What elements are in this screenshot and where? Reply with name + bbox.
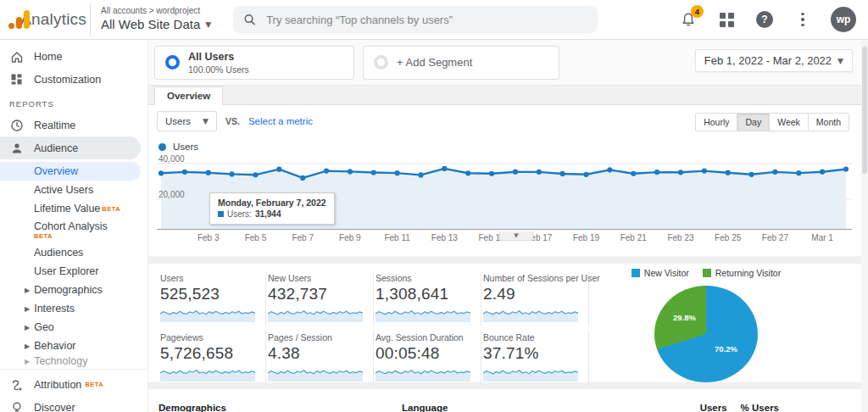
metric-value: 525,523: [160, 285, 257, 303]
select-a-metric-link[interactable]: Select a metric: [248, 116, 313, 126]
add-segment-label: + Add Segment: [397, 56, 472, 69]
users-line-chart[interactable]: 40,000 20,000 Monday, February 7, 2022 U…: [157, 155, 852, 231]
all-users-segment-card[interactable]: All Users 100.00% Users: [154, 46, 354, 80]
metric-sparkline: [268, 305, 363, 322]
property-name: All Web Site Data: [101, 17, 200, 33]
metric-card[interactable]: Bounce Rate37.71%: [481, 331, 589, 385]
metric-selector-value: Users: [165, 116, 191, 126]
sidebar-item-discover[interactable]: Discover: [0, 396, 147, 412]
tab-overview[interactable]: Overview: [154, 86, 223, 105]
demographics-header: Demographics: [159, 403, 402, 412]
sidebar-item-technology[interactable]: ▶ Technology: [0, 355, 147, 367]
metric-sparkline: [483, 305, 578, 322]
expand-arrow-icon: ▶: [25, 324, 30, 331]
x-axis-label: Feb 25: [715, 233, 741, 242]
sidebar-item-behavior[interactable]: ▶ Behavior: [0, 337, 147, 355]
x-axis-label: Feb 21: [620, 233, 647, 242]
percent-users-column-header: % Users: [741, 403, 779, 412]
avatar[interactable]: wp: [831, 7, 856, 32]
metric-value: 1,308,641: [376, 285, 472, 303]
sidebar-item-cohort-analysis[interactable]: Cohort Analysis BETA: [0, 218, 147, 243]
sidebar-item-label: Technology: [34, 355, 87, 367]
pie-legend-label: Returning Visitor: [715, 268, 781, 278]
legend-square-new-visitor-icon: [632, 269, 640, 277]
tab-strip: Overview: [148, 86, 868, 105]
sidebar-item-audiences[interactable]: Audiences: [0, 243, 147, 262]
sidebar-item-home[interactable]: Home: [0, 45, 147, 68]
analytics-logo-icon: [8, 9, 13, 30]
sidebar-item-label: Customization: [34, 74, 101, 86]
sidebar-item-active-users[interactable]: Active Users: [0, 181, 147, 199]
metric-card[interactable]: Pageviews5,726,658: [159, 331, 266, 385]
lightbulb-icon: [9, 400, 24, 412]
analytics-logo[interactable]: Analytics: [0, 9, 86, 30]
sidebar-item-geo[interactable]: ▶ Geo: [0, 318, 147, 337]
clock-icon: [9, 118, 24, 132]
metric-card[interactable]: Sessions1,308,641: [374, 271, 481, 326]
sidebar-item-customization[interactable]: Customization: [0, 68, 147, 91]
metric-selector-dropdown[interactable]: Users ▼: [157, 111, 217, 131]
segment-subtitle: 100.00% Users: [188, 64, 249, 75]
x-axis-label: Mar 1: [811, 233, 833, 242]
date-range-selector[interactable]: Feb 1, 2022 - Mar 2, 2022 ▼: [695, 49, 853, 72]
metric-sparkline: [268, 365, 363, 381]
metric-label: Sessions: [376, 273, 472, 283]
metric-label: Pageviews: [160, 332, 257, 342]
apps-button[interactable]: [716, 9, 737, 30]
granularity-month-button[interactable]: Month: [809, 114, 849, 131]
granularity-week-button[interactable]: Week: [770, 114, 809, 131]
property-switcher[interactable]: All accounts > wordproject All Web Site …: [101, 6, 211, 32]
search-input[interactable]: [266, 14, 587, 26]
chart-collapse-button[interactable]: ▼: [499, 231, 533, 241]
scrollbar-thumb[interactable]: [862, 47, 867, 174]
x-axis-label: Feb 3: [198, 233, 220, 242]
breadcrumb: All accounts > wordproject: [101, 6, 211, 17]
legend-dot-icon: [159, 143, 166, 151]
apps-grid-icon: [720, 13, 734, 27]
sidebar-item-label: User Explorer: [34, 265, 98, 277]
main-content: All Users 100.00% Users + Add Segment Fe…: [148, 40, 868, 412]
notifications-button[interactable]: 4: [678, 9, 698, 30]
sidebar-item-overview[interactable]: Overview: [0, 162, 141, 181]
sidebar-item-lifetime-value[interactable]: Lifetime Value BETA: [0, 199, 147, 218]
sidebar-item-audience[interactable]: Audience: [0, 136, 141, 159]
reports-section-label: REPORTS: [0, 91, 147, 114]
metric-card[interactable]: New Users432,737: [266, 271, 374, 326]
tooltip-series-label: Users:: [227, 209, 252, 219]
add-segment-card[interactable]: + Add Segment: [363, 46, 559, 80]
sidebar-item-label: Overview: [34, 165, 78, 177]
more-options-button[interactable]: [793, 9, 813, 30]
metric-card[interactable]: Pages / Session4.38: [266, 331, 374, 385]
search-bar[interactable]: [233, 6, 598, 33]
beta-badge: BETA: [34, 233, 53, 240]
sidebar-item-attribution[interactable]: Attribution BETA: [0, 373, 147, 396]
sidebar-item-interests[interactable]: ▶ Interests: [0, 299, 147, 318]
sidebar-item-label: Demographics: [34, 284, 103, 296]
legend-label: Users: [173, 142, 198, 152]
granularity-hourly-button[interactable]: Hourly: [696, 114, 737, 131]
sidebar-item-label: Home: [34, 51, 62, 63]
metric-card[interactable]: Avg. Session Duration00:05:48: [374, 331, 481, 385]
page-scrollbar[interactable]: [861, 40, 868, 412]
granularity-day-button[interactable]: Day: [737, 114, 770, 131]
pie-legend: New Visitor Returning Visitor: [632, 268, 781, 278]
sidebar-item-demographics[interactable]: ▶ Demographics: [0, 281, 147, 299]
help-button[interactable]: ?: [754, 9, 775, 30]
sidebar-item-label: Lifetime Value: [34, 203, 100, 214]
expand-arrow-icon: ▶: [25, 342, 30, 350]
sidebar-item-realtime[interactable]: Realtime: [0, 114, 147, 136]
segment-title: All Users: [188, 50, 249, 64]
language-header: Language: [402, 403, 700, 412]
sidebar-item-user-explorer[interactable]: User Explorer: [0, 262, 147, 281]
x-axis-label: Feb 23: [667, 233, 693, 242]
pie-legend-label: New Visitor: [644, 268, 689, 278]
metric-sparkline: [376, 365, 470, 381]
metric-label: Number of Sessions per User: [483, 273, 580, 283]
metric-card[interactable]: Number of Sessions per User2.49: [481, 271, 589, 326]
visitor-pie-chart[interactable]: 70.2% 29.8%: [654, 286, 758, 382]
pie-slice-label: 29.8%: [673, 313, 696, 322]
beta-badge: BETA: [85, 381, 103, 388]
chart-legend: Users: [148, 131, 868, 155]
metric-card[interactable]: Users525,523: [159, 271, 266, 326]
sidebar-item-label: Audience: [34, 142, 78, 154]
